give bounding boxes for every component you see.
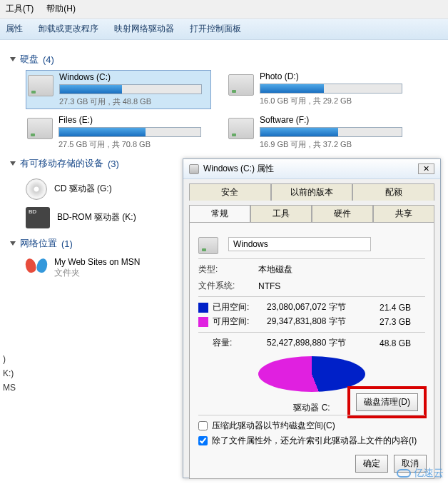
drive-software-f[interactable]: Software (F:) 16.9 GB 可用 , 共 37.2 GB — [227, 114, 412, 151]
section-count: (4) — [43, 54, 54, 65]
drive-files-e[interactable]: Files (E:) 27.5 GB 可用 , 共 70.8 GB — [26, 114, 211, 151]
properties-dialog: Windows (C:) 属性 ✕ 安全 以前的版本 配额 常规 工具 硬件 共… — [183, 158, 441, 478]
capacity-label: 容量: — [213, 337, 263, 349]
section-harddrives[interactable]: 硬盘 (4) — [10, 53, 438, 66]
tab-quota[interactable]: 配额 — [352, 183, 434, 201]
volume-name-input[interactable] — [228, 237, 371, 251]
drive-windows-c[interactable]: Windows (C:) 27.3 GB 可用 , 共 48.8 GB — [26, 70, 211, 109]
harddrive-icon — [27, 118, 53, 139]
free-label: 可用空间: — [213, 316, 263, 328]
harddrive-icon — [228, 74, 254, 96]
ok-button[interactable]: 确定 — [355, 455, 388, 473]
drive-usage-bar — [260, 84, 402, 94]
tab-security[interactable]: 安全 — [189, 183, 271, 201]
drive-usage-bar — [58, 127, 201, 137]
drive-mini-icon — [189, 164, 199, 174]
drive-usage-text: 16.0 GB 可用 , 共 29.2 GB — [260, 96, 411, 106]
used-gb: 21.4 GB — [371, 303, 411, 313]
free-bytes: 29,347,831,808 字节 — [267, 316, 367, 328]
drive-photo-d[interactable]: Photo (D:) 16.0 GB 可用 , 共 29.2 GB — [227, 70, 412, 109]
drive-label: BD-ROM 驱动器 (K:) — [57, 211, 136, 223]
tab-previous-versions[interactable]: 以前的版本 — [271, 183, 353, 201]
indexing-label: 除了文件属性外，还允许索引此驱动器上文件的内容(I) — [212, 435, 417, 447]
sidebar-fragment: ) K:) MS — [0, 350, 16, 397]
free-gb: 27.3 GB — [371, 317, 411, 327]
tab-tools[interactable]: 工具 — [250, 205, 312, 222]
menubar: 工具(T) 帮助(H) — [0, 0, 448, 19]
drive-usage-bar — [59, 84, 202, 94]
drive-label: CD 驱动器 (G:) — [54, 183, 112, 195]
drive-large-icon — [198, 237, 218, 254]
drive-label: Files (E:) — [58, 115, 210, 125]
type-label: 类型: — [198, 263, 248, 276]
disk-cleanup-button[interactable]: 磁盘清理(D) — [356, 393, 418, 411]
section-label: 硬盘 — [20, 53, 39, 66]
drive-usage-bar — [260, 127, 402, 137]
menu-tools[interactable]: 工具(T) — [6, 3, 34, 15]
harddrive-icon — [28, 75, 54, 96]
section-count: (1) — [61, 238, 73, 249]
section-label: 网络位置 — [20, 237, 57, 250]
cd-icon — [26, 178, 47, 200]
cloud-icon — [397, 469, 411, 478]
dialog-title-text: Windows (C:) 属性 — [203, 163, 274, 175]
tab-sharing[interactable]: 共享 — [373, 205, 434, 222]
type-value: 本地磁盘 — [258, 263, 292, 276]
bdrom-icon — [26, 207, 50, 228]
drive-usage-text: 27.5 GB 可用 , 共 70.8 GB — [58, 139, 210, 150]
toolbar: 属性 卸载或更改程序 映射网络驱动器 打开控制面板 — [0, 19, 448, 40]
harddrive-icon — [228, 118, 254, 139]
used-label: 已用空间: — [213, 301, 263, 313]
network-item-sub: 文件夹 — [54, 267, 140, 279]
compress-checkbox[interactable] — [198, 421, 208, 430]
chevron-down-icon — [10, 57, 16, 61]
chevron-down-icon — [10, 161, 16, 166]
section-count: (3) — [108, 158, 119, 169]
close-button[interactable]: ✕ — [418, 163, 434, 174]
toolbar-map-drive[interactable]: 映射网络驱动器 — [114, 23, 174, 35]
toolbar-properties[interactable]: 属性 — [6, 23, 23, 35]
tab-body-general: 类型: 本地磁盘 文件系统: NTFS 已用空间: 23,080,067,072… — [189, 222, 434, 479]
msn-icon — [26, 258, 47, 278]
tab-hardware[interactable]: 硬件 — [312, 205, 373, 222]
used-swatch-icon — [198, 303, 208, 313]
watermark: 亿速云 — [397, 467, 444, 480]
drive-label: Windows (C:) — [59, 72, 209, 82]
tab-general[interactable]: 常规 — [189, 205, 250, 222]
filesystem-value: NTFS — [258, 281, 280, 291]
drive-usage-text: 16.9 GB 可用 , 共 37.2 GB — [260, 139, 411, 150]
compress-label: 压缩此驱动器以节约磁盘空间(C) — [212, 420, 335, 432]
tabs-row-front: 常规 工具 硬件 共享 — [183, 201, 440, 222]
free-swatch-icon — [198, 317, 208, 327]
toolbar-uninstall[interactable]: 卸载或更改程序 — [39, 23, 98, 35]
chevron-down-icon — [10, 241, 16, 246]
toolbar-control-panel[interactable]: 打开控制面板 — [190, 23, 241, 35]
used-bytes: 23,080,067,072 字节 — [267, 301, 367, 313]
capacity-bytes: 52,427,898,880 字节 — [267, 337, 367, 349]
drive-label: Software (F:) — [260, 115, 411, 125]
capacity-gb: 48.8 GB — [371, 338, 411, 348]
tabs-row-back: 安全 以前的版本 配额 — [183, 179, 440, 201]
drive-label: Photo (D:) — [260, 71, 411, 81]
menu-help[interactable]: 帮助(H) — [46, 3, 76, 15]
network-item-name: My Web Sites on MSN — [54, 257, 140, 267]
section-label: 有可移动存储的设备 — [20, 157, 103, 170]
indexing-checkbox[interactable] — [198, 436, 208, 445]
filesystem-label: 文件系统: — [198, 280, 248, 292]
drive-usage-text: 27.3 GB 可用 , 共 48.8 GB — [59, 96, 209, 107]
dialog-titlebar[interactable]: Windows (C:) 属性 ✕ — [183, 159, 440, 179]
